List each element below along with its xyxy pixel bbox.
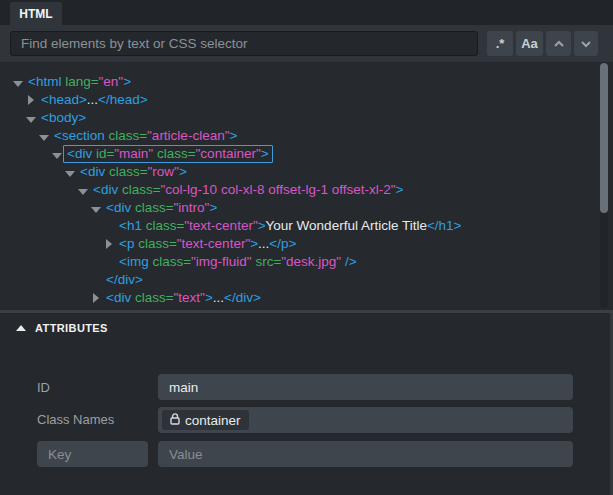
tree-node-text: <section class="article-clean"> xyxy=(54,128,237,144)
tree-node[interactable]: </div> xyxy=(0,271,613,289)
expand-arrow-down-icon[interactable] xyxy=(90,201,102,216)
tree-node-text: <img class="img-fluid" src="desk.jpg" /> xyxy=(119,254,357,270)
tree-node-text: </div> xyxy=(106,272,143,288)
tree-node-text: <div class="col-lg-10 col-xl-8 offset-lg… xyxy=(93,182,403,198)
attribute-key-input[interactable] xyxy=(37,441,148,467)
expand-arrow-right-icon[interactable] xyxy=(25,93,37,108)
tab-html-label: HTML xyxy=(19,7,52,21)
tree-node-text: <head>...</head> xyxy=(41,92,148,108)
attributes-panel: ATTRIBUTES ID Class Names container xyxy=(0,313,613,495)
tree-node[interactable]: <div class="intro"> xyxy=(0,199,613,217)
find-previous-button[interactable] xyxy=(546,31,571,56)
expand-arrow-down-icon[interactable] xyxy=(12,75,24,90)
expand-arrow-right-icon[interactable] xyxy=(90,291,102,306)
find-next-button[interactable] xyxy=(574,31,598,56)
selected-tree-node-text: <div id="main" class="container"> xyxy=(63,145,273,163)
class-chip-container[interactable]: container xyxy=(162,410,249,430)
tree-node-text: <div class="text">...</div> xyxy=(106,290,261,306)
tree-node-text: <body> xyxy=(41,110,86,126)
dom-tree: <html lang="en"><head>...</head><body><s… xyxy=(0,62,613,310)
attribute-value-input[interactable] xyxy=(158,441,573,467)
expand-arrow-down-icon[interactable] xyxy=(64,165,76,180)
tree-node-text: <div class="intro"> xyxy=(106,200,217,216)
search-toolbar: .* Aa xyxy=(0,25,613,62)
expand-arrow-right-icon[interactable] xyxy=(103,237,115,252)
tree-scrollbar[interactable] xyxy=(600,62,608,308)
class-names-field[interactable]: container xyxy=(158,407,573,433)
id-label: ID xyxy=(37,380,50,395)
tree-node[interactable]: <h1 class="text-center">Your Wonderful A… xyxy=(0,217,613,235)
expand-arrow-down-icon[interactable] xyxy=(77,183,89,198)
tree-node-text: <p class="text-center">...</p> xyxy=(119,236,296,252)
expand-arrow-down-icon[interactable] xyxy=(51,147,63,162)
tree-node-text: <h1 class="text-center">Your Wonderful A… xyxy=(119,218,461,234)
lock-icon xyxy=(170,413,180,428)
tree-node-text: <html lang="en"> xyxy=(28,74,131,90)
attributes-title: ATTRIBUTES xyxy=(35,322,108,334)
tree-node[interactable]: <div id="main" class="container"> xyxy=(0,145,613,163)
collapse-triangle-icon xyxy=(16,325,26,331)
tree-scrollbar-thumb[interactable] xyxy=(600,63,608,213)
search-input[interactable] xyxy=(10,31,478,56)
tree-node[interactable]: <div class="row"> xyxy=(0,163,613,181)
class-names-label: Class Names xyxy=(37,412,114,427)
id-input[interactable] xyxy=(158,374,573,400)
attributes-header[interactable]: ATTRIBUTES xyxy=(16,322,108,334)
tab-bar: HTML xyxy=(0,0,613,25)
tree-node[interactable]: <html lang="en"> xyxy=(0,73,613,91)
html-inspector-window: { "tab": { "label": "HTML" }, "search": … xyxy=(0,0,613,495)
regex-toggle-button[interactable]: .* xyxy=(487,31,513,56)
match-case-button[interactable]: Aa xyxy=(516,31,543,56)
tree-node[interactable]: <div class="col-lg-10 col-xl-8 offset-lg… xyxy=(0,181,613,199)
expand-arrow-down-icon[interactable] xyxy=(25,111,37,126)
tree-node[interactable]: <head>...</head> xyxy=(0,91,613,109)
tree-node-text: <div class="row"> xyxy=(80,164,187,180)
tree-node[interactable]: <img class="img-fluid" src="desk.jpg" /> xyxy=(0,253,613,271)
tab-html[interactable]: HTML xyxy=(10,2,62,25)
chevron-up-icon xyxy=(553,40,565,48)
chevron-down-icon xyxy=(580,40,592,48)
class-chip-label: container xyxy=(185,413,241,428)
expand-arrow-down-icon[interactable] xyxy=(38,129,50,144)
tree-node[interactable]: <div class="text">...</div> xyxy=(0,289,613,307)
tree-node[interactable]: <p class="text-center">...</p> xyxy=(0,235,613,253)
tree-node[interactable]: <section class="article-clean"> xyxy=(0,127,613,145)
tree-node[interactable]: <body> xyxy=(0,109,613,127)
